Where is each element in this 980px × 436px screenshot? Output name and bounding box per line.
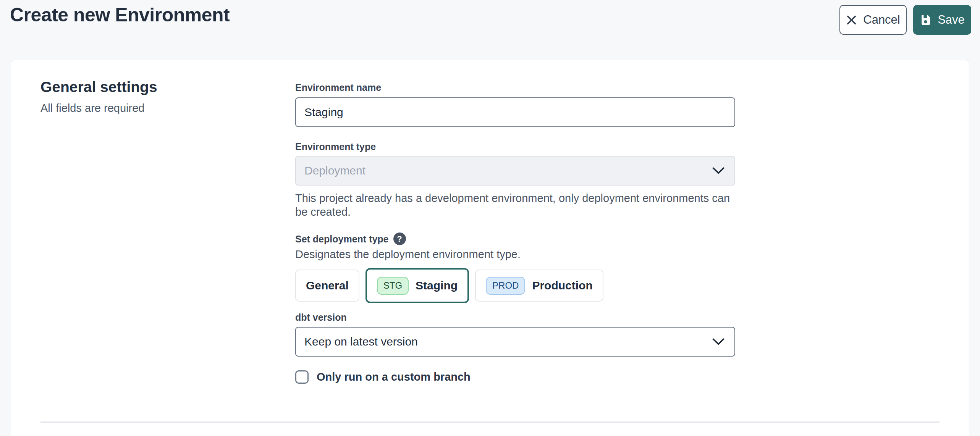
- page-header: Create new Environment Cancel Save: [10, 0, 971, 42]
- environment-type-helper: This project already has a development e…: [295, 191, 735, 219]
- section-divider: [40, 421, 940, 423]
- deployment-type-options: General STG Staging PROD Production: [295, 268, 735, 303]
- environment-type-label: Environment type: [295, 141, 735, 152]
- deployment-type-label: Set deployment type: [295, 233, 389, 245]
- dbt-version-label: dbt version: [295, 312, 735, 323]
- settings-card: General settings All fields are required…: [11, 60, 969, 436]
- deployment-type-helper: Designates the deployment environment ty…: [295, 247, 735, 261]
- section-intro: General settings All fields are required: [40, 78, 295, 384]
- environment-name-label: Environment name: [295, 82, 735, 93]
- custom-branch-row: Only run on a custom branch: [295, 370, 735, 384]
- settings-form: Environment name Environment type Deploy…: [295, 78, 735, 384]
- save-label: Save: [938, 13, 965, 27]
- deployment-type-production-button[interactable]: PROD Production: [475, 270, 603, 302]
- deployment-type-general-button[interactable]: General: [295, 270, 359, 302]
- environment-name-input[interactable]: [295, 97, 735, 127]
- section-heading: General settings: [40, 78, 295, 96]
- environment-type-select[interactable]: Deployment: [295, 156, 735, 186]
- close-icon: [846, 15, 857, 26]
- header-actions: Cancel Save: [839, 5, 971, 35]
- deployment-type-general-label: General: [306, 279, 349, 292]
- chevron-down-icon: [712, 338, 724, 346]
- custom-branch-label[interactable]: Only run on a custom branch: [317, 371, 471, 383]
- deployment-type-staging-label: Staging: [416, 279, 458, 292]
- custom-branch-checkbox[interactable]: [295, 370, 309, 384]
- page-title: Create new Environment: [10, 4, 230, 26]
- dbt-version-select[interactable]: Keep on latest version: [295, 327, 735, 357]
- chevron-down-icon: [712, 167, 724, 174]
- environment-type-value: Deployment: [304, 164, 365, 177]
- deployment-type-staging-button[interactable]: STG Staging: [365, 268, 469, 303]
- cancel-button[interactable]: Cancel: [839, 5, 907, 35]
- production-badge: PROD: [486, 277, 525, 295]
- staging-badge: STG: [377, 277, 409, 295]
- cancel-label: Cancel: [863, 13, 900, 27]
- dbt-version-value: Keep on latest version: [304, 335, 418, 348]
- save-button[interactable]: Save: [913, 5, 971, 35]
- save-icon: [920, 14, 931, 26]
- help-icon[interactable]: ?: [393, 233, 406, 245]
- deployment-type-production-label: Production: [532, 279, 592, 292]
- section-subheading: All fields are required: [40, 101, 295, 115]
